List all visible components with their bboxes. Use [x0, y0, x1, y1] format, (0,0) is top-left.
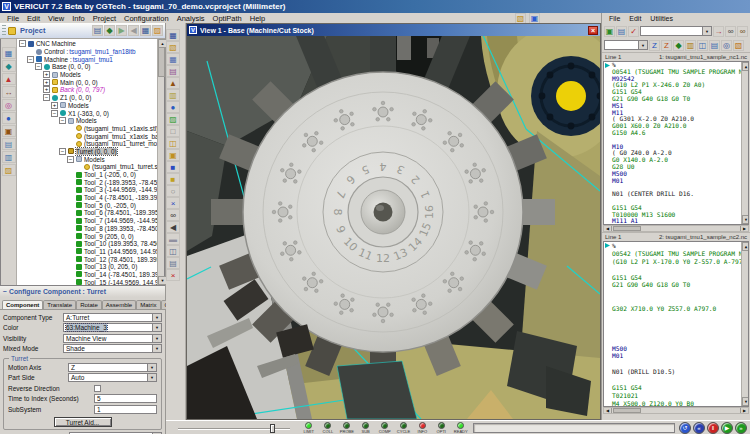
rewind-button[interactable]: «: [693, 422, 705, 434]
menu-item-configuration[interactable]: Configuration: [120, 14, 173, 23]
visibility-select[interactable]: Machine View: [63, 334, 162, 343]
glasses-icon[interactable]: ∞: [166, 209, 180, 221]
machine-viewport[interactable]: 1 2 3 4 5 6 7 8 9 10 11 12 13 14: [187, 36, 600, 419]
image-icon[interactable]: ▨: [166, 113, 180, 125]
find-next-icon[interactable]: ∞: [737, 26, 748, 37]
gouge-check-icon[interactable]: ◆: [2, 60, 16, 72]
copy-view-icon[interactable]: ◫: [166, 137, 180, 149]
menu-item-edit[interactable]: Edit: [23, 14, 44, 23]
view-title-bar[interactable]: V View 1 - Base (Machine/Cut Stock) ×: [187, 24, 600, 36]
tree-node[interactable]: Tool_6 (78.4501, -189.3953, 0): [18, 209, 157, 217]
nc-code-line[interactable]: [604, 329, 748, 337]
mixed-mode-select[interactable]: Shade: [63, 344, 162, 353]
tree-node[interactable]: Control : tsugami_tmu1_fan18itb: [18, 48, 157, 56]
expand-toggle[interactable]: +: [51, 102, 58, 109]
nc-code-line[interactable]: G150 A4.6: [604, 130, 748, 137]
nc-filter-combobox[interactable]: [604, 40, 648, 50]
nc-vscrollbar[interactable]: [741, 62, 748, 224]
tree-node[interactable]: −Z1 (0, 0, 0): [18, 94, 157, 102]
tree-node[interactable]: Tool_5 (0, -205, 0): [18, 201, 157, 209]
machine-home-icon[interactable]: ▲: [166, 77, 180, 89]
expand-toggle[interactable]: +: [43, 86, 50, 93]
nc-code-line[interactable]: G151 G54: [604, 274, 748, 282]
nc-menu-item-edit[interactable]: Edit: [625, 15, 645, 22]
tree-node[interactable]: Tool_1 (-205, 0, 0): [18, 171, 157, 179]
play-review-icon[interactable]: ▶: [116, 25, 127, 36]
component-type-select[interactable]: A:Turret: [63, 313, 162, 322]
collapse-toggle[interactable]: −: [43, 94, 50, 101]
speed-slider[interactable]: [178, 423, 290, 433]
tree-node[interactable]: −CNC Machine: [18, 40, 157, 48]
clipboard-icon[interactable]: ▥: [166, 89, 180, 101]
collapse-toggle[interactable]: −: [35, 63, 42, 70]
nc1-hscrollbar[interactable]: [603, 225, 749, 232]
nc-code-line[interactable]: %: [604, 242, 748, 250]
tree-node[interactable]: Tool_15 (-144.9569, 144.9569, 0): [18, 278, 157, 285]
nc-code-line[interactable]: N01 (CENTER DRILL D16.: [604, 191, 748, 198]
tree-node[interactable]: Tool_13 (0, 205, 0): [18, 263, 157, 271]
collapse-icon[interactable]: −: [3, 288, 7, 295]
nc-code-line[interactable]: G21 G90 G40 G18 G0 T0: [604, 96, 748, 103]
split-horizontal-icon[interactable]: ▤: [166, 257, 180, 269]
view-close-button[interactable]: ×: [588, 26, 598, 35]
tree-node[interactable]: Tool_2 (-189.3953, -78.4501, 0): [18, 178, 157, 186]
collision-icon[interactable]: ◎: [2, 99, 16, 111]
nc-code-line[interactable]: [604, 266, 748, 274]
report-icon[interactable]: ▤: [2, 138, 16, 150]
nc-code-line[interactable]: [604, 137, 748, 144]
world-icon[interactable]: ●: [2, 112, 16, 124]
nc2-hscroll-thumb[interactable]: [613, 408, 641, 413]
nc-code-line[interactable]: [604, 289, 748, 297]
gold-square-icon[interactable]: ■: [166, 173, 180, 185]
tab-rotate[interactable]: Rotate: [76, 300, 102, 309]
menu-item-info[interactable]: Info: [68, 14, 89, 23]
nc-code-line[interactable]: M500: [604, 171, 748, 178]
menu-item-view[interactable]: View: [44, 14, 68, 23]
nc-search-combobox[interactable]: [640, 26, 712, 36]
log-icon[interactable]: ▥: [2, 151, 16, 163]
goto-line-icon[interactable]: →: [713, 26, 724, 37]
open-icon[interactable]: ▧: [166, 41, 180, 53]
help-book-icon[interactable]: ▧: [733, 40, 744, 51]
fit-view-icon[interactable]: ×: [166, 197, 180, 209]
menu-item-analysis[interactable]: Analysis: [173, 14, 209, 23]
split-vertical-icon[interactable]: ◫: [166, 245, 180, 257]
library-icon[interactable]: ▨: [152, 25, 163, 36]
collapse-toggle[interactable]: −: [51, 110, 58, 117]
folder-pair-icon[interactable]: ▣: [166, 149, 180, 161]
play-button[interactable]: ▶: [721, 422, 733, 434]
nc1-code-area[interactable]: %O0541 (TSUGAMI TMU SAMPLE PROGRAM NC1)M…: [603, 61, 749, 225]
expand-toggle[interactable]: +: [43, 71, 50, 78]
color-select[interactable]: 63:Machine_3: [63, 323, 162, 332]
tree-node[interactable]: Tool_12 (78.4501, 189.3953, 0): [18, 255, 157, 263]
tree-node[interactable]: (tsugami_tmu1_x1axis_base.stl): [18, 132, 157, 140]
tree-node[interactable]: −Models: [18, 155, 157, 163]
nc-code-line[interactable]: G151 G54: [604, 384, 748, 392]
close-view-icon[interactable]: ×: [166, 269, 180, 281]
tree-node[interactable]: +Models: [18, 102, 157, 110]
tree-node[interactable]: Tool_3 (-144.9569, -144.9569, 0): [18, 186, 157, 194]
save-icon[interactable]: ▦: [166, 29, 180, 41]
tree-node[interactable]: −Turret (0, 0, 0): [18, 148, 157, 156]
tab-assemble[interactable]: Assemble: [102, 300, 136, 309]
menu-item-optipath[interactable]: OptiPath: [209, 14, 246, 23]
nc-code-line[interactable]: M4 X500.0 Z120.0 Y0 B0: [604, 400, 748, 407]
collapse-all-icon[interactable]: Z: [649, 40, 660, 51]
nc-vscrollbar[interactable]: [741, 242, 748, 406]
tree-node[interactable]: Tool_11 (144.9569, 144.9569, 0): [18, 248, 157, 256]
collapse-toggle[interactable]: −: [59, 117, 66, 124]
nc-code-line[interactable]: M51: [604, 103, 748, 110]
tab-matrix[interactable]: Matrix: [136, 300, 160, 309]
tree-node[interactable]: Tool_9 (205, 0, 0): [18, 232, 157, 240]
turret-disc[interactable]: 1 2 3 4 5 6 7 8 9 10 11 12 13 14: [243, 72, 523, 352]
tree-node[interactable]: (tsugami_tmu1_turret.stl): [18, 163, 157, 171]
check-icon[interactable]: ✓: [628, 26, 639, 37]
axes-icon[interactable]: ↔: [2, 86, 16, 98]
turret-aid-button[interactable]: Turret Aid...: [54, 417, 112, 427]
tab-component[interactable]: Component: [2, 300, 43, 309]
tree-node[interactable]: +Back (0, 0, 797): [18, 86, 157, 94]
nc-code-line[interactable]: (G10 L2 P1 X-170.0 Y0 Z-557.0 A-797.0): [604, 258, 748, 266]
nc-code-line[interactable]: T021021: [604, 392, 748, 400]
nc-code-line[interactable]: N01 (DRILL D10.5): [604, 368, 748, 376]
collapse-toggle[interactable]: −: [59, 148, 66, 155]
